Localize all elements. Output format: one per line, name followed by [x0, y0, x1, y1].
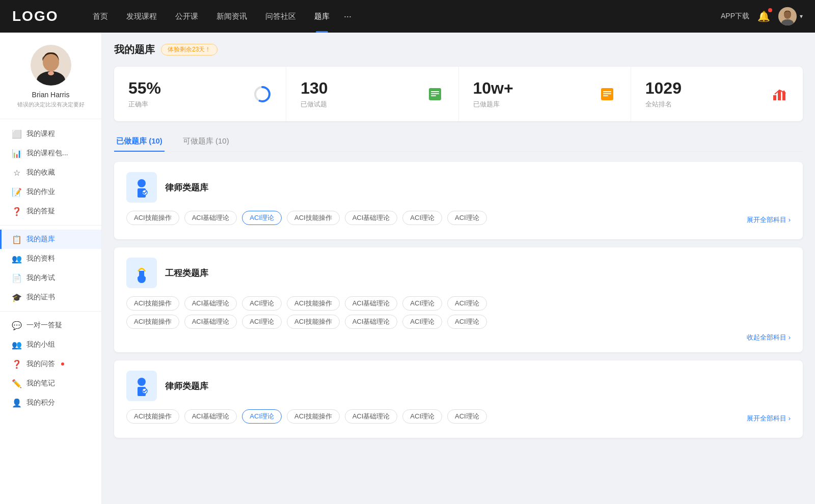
tag[interactable]: ACI基础理论: [345, 211, 398, 225]
sidebar-item-homework[interactable]: 📝 我的作业: [0, 182, 101, 202]
tag[interactable]: ACI理论: [447, 211, 487, 225]
notification-bell[interactable]: 🔔: [757, 10, 770, 22]
tag[interactable]: ACI技能操作: [287, 315, 340, 329]
avatar: [778, 7, 797, 25]
svg-rect-26: [139, 271, 144, 278]
sidebar-item-label: 我的课程: [26, 129, 55, 138]
qa-badge: [61, 362, 64, 366]
svg-rect-16: [603, 93, 611, 94]
tag[interactable]: ACI理论: [242, 296, 282, 311]
sidebar-item-favorites[interactable]: ☆ 我的收藏: [0, 163, 101, 182]
sidebar-item-notes[interactable]: ✏️ 我的笔记: [0, 374, 101, 393]
accuracy-icon: [253, 85, 271, 103]
accuracy-label: 正确率: [128, 100, 161, 109]
svg-rect-11: [431, 91, 439, 92]
sidebar-item-certificate[interactable]: 🎓 我的证书: [0, 288, 101, 307]
sidebar: Brian Harris 错误的决定比没有决定要好 ⬜ 我的课程 📊 我的课程包…: [0, 33, 102, 504]
tag[interactable]: ACI技能操作: [287, 296, 340, 311]
tag[interactable]: ACI基础理论: [345, 409, 398, 424]
tag[interactable]: ACI理论: [402, 409, 442, 424]
sidebar-item-my-qa[interactable]: ❓ 我的问答: [0, 354, 101, 374]
sidebar-item-exam[interactable]: 📄 我的考试: [0, 268, 101, 288]
user-avatar-button[interactable]: ▾: [778, 7, 803, 25]
nav-discover[interactable]: 发现课程: [117, 0, 166, 33]
svg-point-9: [258, 90, 266, 98]
nav-home[interactable]: 首页: [84, 0, 117, 33]
nav-qbank[interactable]: 题库: [305, 0, 339, 33]
expand-all-1[interactable]: 展开全部科目 ›: [747, 215, 791, 225]
sidebar-item-qbank[interactable]: 📋 我的题库: [0, 230, 101, 249]
tag[interactable]: ACI理论: [447, 315, 487, 329]
qbank-engineering-name: 工程类题库: [165, 267, 208, 279]
tag[interactable]: ACI技能操作: [126, 296, 179, 311]
course-icon: ⬜: [12, 129, 21, 138]
expand-all-3[interactable]: 展开全部科目 ›: [747, 414, 791, 423]
tag-active[interactable]: ACI理论: [242, 211, 282, 225]
collapse-all[interactable]: 收起全部科目 ›: [126, 333, 791, 342]
tab-done-banks[interactable]: 已做题库 (10): [114, 131, 165, 151]
nav-qa[interactable]: 问答社区: [256, 0, 305, 33]
sidebar-item-label: 我的课程包...: [26, 149, 68, 158]
tag[interactable]: ACI理论: [402, 211, 442, 225]
sidebar-item-questions[interactable]: ❓ 我的答疑: [0, 202, 101, 221]
exam-icon: 📄: [12, 273, 21, 283]
sidebar-item-points[interactable]: 👤 我的积分: [0, 393, 101, 412]
stat-done-questions: 130 已做试题: [286, 67, 458, 121]
sidebar-item-materials[interactable]: 👥 我的资料: [0, 249, 101, 268]
qbank-engineering-tags-row1: ACI技能操作 ACI基础理论 ACI理论 ACI技能操作 ACI基础理论 AC…: [126, 296, 791, 311]
tag[interactable]: ACI基础理论: [345, 315, 398, 329]
app-download-button[interactable]: APP下载: [721, 12, 749, 21]
sidebar-item-label: 我的考试: [26, 273, 55, 283]
tag[interactable]: ACI基础理论: [184, 315, 237, 329]
stats-row: 55% 正确率 130 已做试题: [114, 67, 803, 121]
sidebar-item-my-courses[interactable]: ⬜ 我的课程: [0, 124, 101, 144]
logo[interactable]: LOGO: [12, 8, 63, 24]
nav-menu: 首页 发现课程 公开课 新闻资讯 问答社区 题库 ···: [84, 0, 721, 33]
sidebar-item-group[interactable]: 👥 我的小组: [0, 335, 101, 354]
nav-open-course[interactable]: 公开课: [166, 0, 207, 33]
sidebar-item-course-pack[interactable]: 📊 我的课程包...: [0, 144, 101, 163]
main-content: 我的题库 体验剩余23天！ 55% 正确率: [102, 33, 815, 504]
navbar-right: APP下载 🔔 ▾: [721, 7, 803, 25]
qbank-lawyer-2-name: 律师类题库: [165, 380, 208, 392]
tag[interactable]: ACI基础理论: [184, 211, 237, 225]
nav-more[interactable]: ···: [339, 11, 357, 22]
nav-news[interactable]: 新闻资讯: [207, 0, 256, 33]
tag[interactable]: ACI理论: [447, 409, 487, 424]
done-questions-label: 已做试题: [301, 100, 328, 109]
svg-rect-19: [778, 91, 781, 100]
stat-accuracy: 55% 正确率: [114, 67, 286, 121]
course-pack-icon: 📊: [12, 149, 21, 158]
tag[interactable]: ACI基础理论: [345, 296, 398, 311]
tag-active[interactable]: ACI理论: [242, 409, 282, 424]
tag[interactable]: ACI理论: [402, 296, 442, 311]
sidebar-item-label: 我的证书: [26, 293, 55, 302]
sidebar-profile: Brian Harris 错误的决定比没有决定要好: [0, 45, 101, 119]
qbank-lawyer-1-name: 律师类题库: [165, 182, 208, 193]
sidebar-item-label: 我的积分: [26, 398, 55, 407]
sidebar-item-label: 我的小组: [26, 340, 55, 349]
tag[interactable]: ACI技能操作: [126, 315, 179, 329]
profile-slogan: 错误的决定比没有决定要好: [17, 101, 85, 108]
tag[interactable]: ACI技能操作: [287, 409, 340, 424]
tag[interactable]: ACI基础理论: [184, 296, 237, 311]
sidebar-item-label: 我的题库: [26, 235, 55, 244]
stat-ranking: 1029 全站排名: [631, 67, 803, 121]
question-icon: ❓: [12, 207, 21, 216]
sidebar-item-1on1[interactable]: 💬 一对一答疑: [0, 316, 101, 335]
done-questions-value: 130: [301, 79, 328, 98]
tag[interactable]: ACI技能操作: [287, 211, 340, 225]
tag[interactable]: ACI理论: [447, 296, 487, 311]
notes-icon: ✏️: [12, 379, 21, 388]
tab-available-banks[interactable]: 可做题库 (10): [181, 131, 231, 151]
tag[interactable]: ACI技能操作: [126, 409, 179, 424]
tag[interactable]: ACI技能操作: [126, 211, 179, 225]
tag[interactable]: ACI理论: [242, 315, 282, 329]
tag[interactable]: ACI基础理论: [184, 409, 237, 424]
trial-badge: 体验剩余23天！: [161, 44, 218, 55]
qbank-lawyer-icon-wrap: [126, 172, 157, 203]
tag[interactable]: ACI理论: [402, 315, 442, 329]
tabs-row: 已做题库 (10) 可做题库 (10): [114, 131, 803, 152]
sidebar-divider: [0, 225, 101, 226]
banks-icon: [598, 85, 616, 103]
